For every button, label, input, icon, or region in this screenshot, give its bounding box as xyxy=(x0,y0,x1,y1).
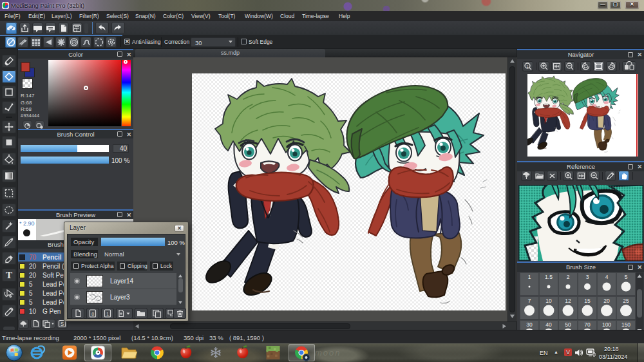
svg-text:T: T xyxy=(6,270,12,280)
svg-text:1: 1 xyxy=(526,64,529,68)
svg-text:S: S xyxy=(61,321,64,327)
svg-text:8: 8 xyxy=(91,311,94,317)
svg-text:1: 1 xyxy=(106,311,109,317)
